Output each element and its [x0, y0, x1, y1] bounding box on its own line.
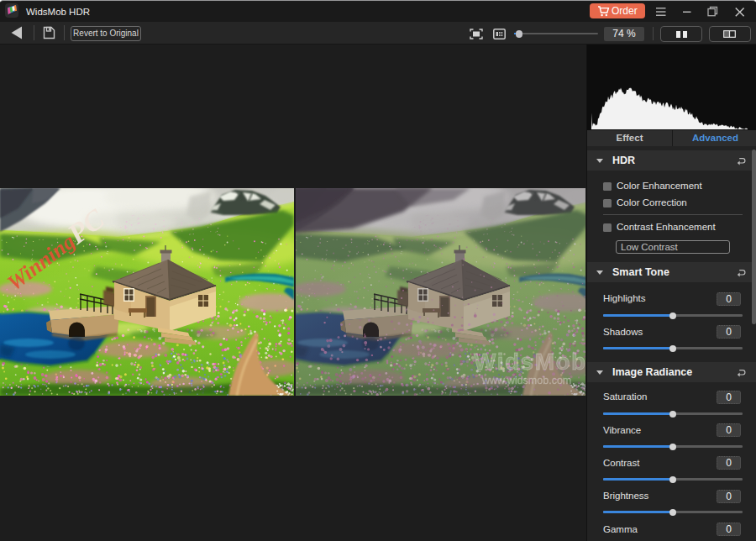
svg-text:www.widsmob.com: www.widsmob.com	[481, 375, 571, 386]
svg-text:WidsMob: WidsMob	[474, 349, 585, 375]
